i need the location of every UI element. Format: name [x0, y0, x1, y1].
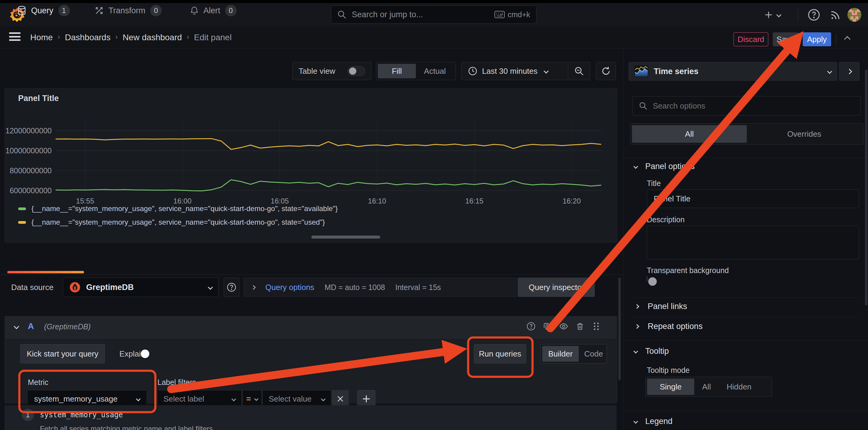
query-ref-id[interactable]: A [28, 321, 34, 331]
drag-handle-icon[interactable] [591, 321, 601, 332]
tab-overrides[interactable]: Overrides [747, 125, 862, 143]
active-tab-indicator [7, 271, 84, 274]
builder-option[interactable]: Builder [542, 346, 579, 362]
section-divider [623, 411, 868, 411]
step-expression: system_memory_usage [40, 411, 123, 419]
search-input[interactable] [351, 10, 494, 20]
chevron-down-icon [136, 396, 141, 401]
bell-icon [190, 6, 198, 15]
editor-tabs-bar [0, 251, 623, 275]
svg-text:8000000000: 8000000000 [10, 166, 52, 175]
save-button[interactable]: Save [773, 32, 798, 46]
duplicate-query-icon[interactable] [542, 321, 553, 332]
tooltip-section-header[interactable]: Tooltip [634, 347, 669, 356]
panel-title-input[interactable] [647, 189, 859, 208]
apply-button[interactable]: Apply [803, 32, 831, 46]
time-range-label: Last 30 minutes [482, 66, 538, 76]
tab-alert[interactable]: Alert 0 [190, 0, 237, 21]
run-queries-button[interactable]: Run queries [474, 344, 526, 364]
actual-option[interactable]: Actual [416, 64, 454, 78]
collapse-options-pane-button[interactable] [839, 62, 860, 81]
time-range-picker[interactable]: Last 30 minutes [462, 66, 568, 76]
help-button[interactable] [808, 8, 820, 21]
mega-menu-button[interactable] [9, 32, 21, 41]
hide-query-icon[interactable] [559, 321, 569, 332]
query-row-header[interactable] [4, 316, 617, 338]
query-help-icon[interactable] [526, 321, 536, 332]
datasource-picker[interactable]: GreptimeDB [63, 278, 218, 297]
section-divider [623, 157, 868, 157]
tab-query[interactable]: Query 1 [17, 0, 70, 21]
legend-horizontal-scrollbar[interactable] [311, 235, 380, 238]
panel-links-section-header[interactable]: Panel links [635, 302, 687, 311]
datasource-help-button[interactable] [224, 278, 239, 297]
tab-all[interactable]: All [632, 125, 747, 143]
time-series-chart[interactable]: 15:5516:0016:0516:1016:1516:201200000000… [4, 113, 609, 206]
delete-query-icon[interactable] [575, 321, 585, 332]
repeat-options-section-header[interactable]: Repeat options [635, 322, 703, 331]
step-number-badge: 1 [22, 409, 34, 421]
zoom-out-button[interactable] [568, 66, 590, 76]
chevron-right-icon [635, 324, 640, 329]
tooltip-hidden-option[interactable]: Hidden [719, 379, 759, 395]
breadcrumb-home[interactable]: Home [30, 33, 53, 42]
search-icon [337, 10, 346, 19]
collapse-header-button[interactable] [845, 37, 849, 42]
query-options-link[interactable]: Query options [266, 283, 314, 292]
breadcrumb-dashboard[interactable]: New dashboard [123, 33, 182, 42]
chevron-down-icon [827, 69, 832, 74]
transparent-background-toggle[interactable] [647, 276, 647, 282]
panel-title: Panel Title [18, 94, 59, 103]
panel-description-input[interactable] [647, 226, 859, 259]
table-view-toggle[interactable] [347, 66, 365, 76]
chevron-down-icon [544, 69, 549, 74]
sidebar-scrollbar[interactable] [865, 69, 867, 306]
query-pane-scrollbar[interactable] [618, 278, 621, 380]
panel-options-section-header[interactable]: Panel options [634, 162, 695, 171]
chevron-down-icon [208, 285, 213, 290]
search-options-input[interactable] [652, 101, 855, 111]
datasource-label: Data source [11, 283, 54, 292]
database-icon [17, 6, 26, 16]
time-range-group: Last 30 minutes [461, 62, 590, 80]
visualization-picker[interactable]: Time series [629, 62, 837, 81]
tooltip-all-option[interactable]: All [694, 379, 719, 395]
refresh-icon [601, 66, 611, 76]
fill-option[interactable]: Fill [378, 64, 416, 78]
metric-label: Metric [28, 378, 49, 387]
avatar[interactable] [847, 8, 861, 22]
legend-item[interactable]: {__name__="system_memory_usage", service… [18, 204, 338, 213]
pane-splitter[interactable] [623, 48, 623, 430]
nav-divider [798, 8, 798, 21]
query-inspector-button[interactable]: Query inspector [518, 278, 595, 297]
chevron-right-icon [846, 69, 852, 74]
legend-item[interactable]: {__name__="system_memory_usage", service… [18, 218, 325, 227]
kick-start-query-button[interactable]: Kick start your query [20, 344, 105, 364]
code-option[interactable]: Code [579, 346, 609, 362]
tab-transform[interactable]: Transform 0 [95, 0, 162, 21]
breadcrumb-dashboards[interactable]: Dashboards [65, 33, 111, 42]
breadcrumb-separator: › [58, 33, 60, 41]
legend-label[interactable]: {__name__="system_memory_usage", service… [31, 204, 338, 213]
search-options-box[interactable] [632, 96, 861, 116]
news-button[interactable] [829, 9, 841, 21]
global-search[interactable]: cmd+k [331, 5, 536, 24]
close-icon [337, 396, 344, 402]
legend-label[interactable]: {__name__="system_memory_usage", service… [31, 218, 325, 227]
svg-text:16:20: 16:20 [563, 197, 581, 205]
section-divider [632, 317, 859, 317]
new-menu-button[interactable] [764, 8, 781, 22]
svg-text:15:55: 15:55 [76, 197, 94, 205]
svg-text:16:05: 16:05 [271, 197, 289, 205]
discard-button[interactable]: Discard [734, 32, 768, 46]
tooltip-single-option[interactable]: Single [647, 379, 694, 395]
header-divider [836, 34, 836, 45]
label-filters-label: Label filters [157, 378, 196, 387]
keyboard-icon [494, 11, 505, 18]
description-label: Description [647, 215, 685, 224]
refresh-button[interactable] [596, 62, 616, 80]
legend-section-header[interactable]: Legend [634, 417, 673, 426]
chevron-down-icon [254, 397, 258, 401]
svg-text:10000000000: 10000000000 [5, 146, 52, 155]
svg-text:16:00: 16:00 [174, 197, 192, 205]
